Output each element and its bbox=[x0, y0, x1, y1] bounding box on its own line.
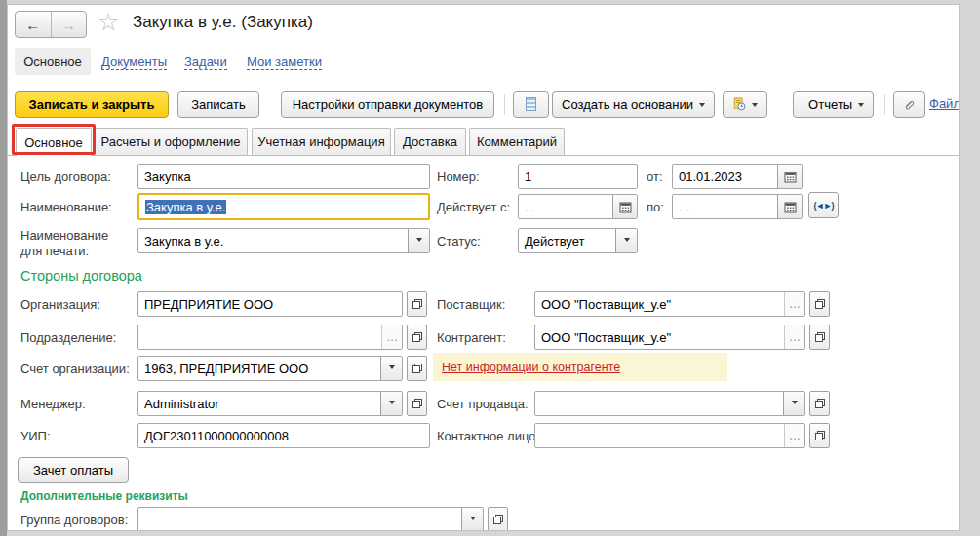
number-input[interactable]: 1 bbox=[518, 164, 638, 189]
forward-button[interactable]: → bbox=[51, 12, 87, 37]
nav-tab-main[interactable]: Основное bbox=[15, 48, 91, 75]
dropdown-button[interactable] bbox=[380, 392, 402, 415]
open-icon bbox=[814, 331, 826, 343]
back-icon: ← bbox=[25, 17, 40, 33]
contract-window: ← → ☆ Закупка в у.е. (Закупка) Основное … bbox=[7, 4, 960, 531]
open-icon bbox=[412, 331, 423, 343]
uip-input[interactable]: ДОГ23011000000000008 bbox=[137, 423, 430, 448]
validity-history-button[interactable]: (◄►) bbox=[808, 192, 839, 218]
number-label: Номер: bbox=[437, 170, 480, 184]
counterparty-input[interactable]: ООО "Поставщик_у.е" … bbox=[534, 325, 805, 350]
structure-button[interactable] bbox=[513, 91, 549, 118]
dropdown-button[interactable] bbox=[408, 229, 429, 252]
chevron-down-icon bbox=[858, 103, 864, 110]
chevron-down-icon bbox=[792, 401, 798, 407]
date-from-label: от: bbox=[647, 170, 663, 184]
open-department-button[interactable] bbox=[407, 325, 427, 350]
chevron-down-icon bbox=[389, 401, 395, 407]
supplier-label: Поставщик: bbox=[437, 297, 505, 312]
additional-section-header: Дополнительные реквизиты bbox=[20, 489, 188, 503]
uip-label: УИП: bbox=[20, 429, 51, 443]
favorite-star-icon[interactable]: ☆ bbox=[98, 7, 119, 36]
seller-account-label: Счет продавца: bbox=[437, 397, 529, 411]
valid-from-label: Действует с: bbox=[437, 200, 510, 214]
open-organization-button[interactable] bbox=[407, 291, 427, 317]
manager-label: Менеджер: bbox=[20, 397, 86, 411]
org-account-combo[interactable]: 1963, ПРЕДПРИЯТИЕ ООО bbox=[137, 356, 403, 381]
create-based-on-button[interactable]: Создать на основании bbox=[552, 91, 715, 118]
chevron-down-icon bbox=[470, 517, 476, 523]
status-combo[interactable]: Действует bbox=[518, 228, 638, 253]
name-input[interactable]: Закупка в у.е. bbox=[137, 193, 430, 220]
open-supplier-button[interactable] bbox=[809, 291, 830, 317]
dropdown-button[interactable] bbox=[461, 508, 483, 531]
contract-group-combo[interactable] bbox=[137, 507, 484, 531]
open-icon bbox=[814, 430, 826, 441]
ellipsis-button[interactable]: … bbox=[784, 424, 804, 447]
dropdown-button[interactable] bbox=[783, 392, 804, 415]
open-org-account-button[interactable] bbox=[407, 356, 427, 381]
calendar-icon[interactable] bbox=[777, 165, 802, 188]
contact-label: Контактное лицо: bbox=[437, 429, 539, 443]
counterparty-warning-banner: Нет информации о контрагенте bbox=[433, 353, 727, 381]
ellipsis-button[interactable]: … bbox=[784, 292, 804, 316]
chevron-down-icon bbox=[752, 103, 758, 110]
supplier-input[interactable]: ООО "Поставщик_у.е" … bbox=[534, 291, 805, 317]
payment-offset-button[interactable]: Зачет оплаты bbox=[18, 457, 129, 483]
open-icon bbox=[412, 398, 423, 409]
attachments-button[interactable] bbox=[893, 91, 925, 118]
open-contact-button[interactable] bbox=[809, 423, 830, 448]
save-close-button[interactable]: Записать и закрыть bbox=[15, 91, 169, 118]
back-button[interactable]: ← bbox=[16, 12, 51, 37]
history-icon: (◄►) bbox=[814, 201, 834, 211]
paperclip-icon bbox=[903, 97, 916, 112]
page-title: Закупка в у.е. (Закупка) bbox=[133, 13, 313, 32]
open-seller-account-button[interactable] bbox=[809, 391, 830, 416]
parties-section-header: Стороны договора bbox=[20, 268, 142, 284]
tab-settlements[interactable]: Расчеты и оформление bbox=[94, 128, 248, 155]
open-icon bbox=[412, 363, 423, 374]
dropdown-button[interactable] bbox=[380, 357, 402, 380]
tab-main[interactable]: Основное bbox=[16, 128, 92, 156]
valid-from-input[interactable]: . . bbox=[518, 194, 638, 219]
contract-group-label: Группа договоров: bbox=[20, 513, 128, 527]
open-counterparty-button[interactable] bbox=[809, 325, 830, 350]
org-account-label: Счет организации: bbox=[20, 362, 130, 376]
valid-to-label: по: bbox=[647, 200, 664, 214]
print-name-combo[interactable]: Закупка в у.е. bbox=[137, 228, 430, 253]
open-icon bbox=[814, 298, 826, 310]
print-name-label: Наименование для печати: bbox=[20, 228, 130, 259]
contract-date-input[interactable]: 01.01.2023 bbox=[672, 164, 803, 189]
ellipsis-button[interactable]: … bbox=[381, 325, 402, 349]
document-tasks-button[interactable] bbox=[723, 91, 767, 118]
counterparty-warning-link[interactable]: Нет информации о контрагенте bbox=[442, 361, 620, 374]
ellipsis-button[interactable]: … bbox=[784, 325, 804, 349]
tab-delivery[interactable]: Доставка bbox=[394, 128, 466, 155]
files-link[interactable]: Файлы bbox=[929, 96, 960, 111]
send-settings-button[interactable]: Настройки отправки документов bbox=[281, 91, 494, 118]
nav-link-documents[interactable]: Документы bbox=[101, 55, 167, 70]
calendar-icon[interactable] bbox=[777, 195, 802, 218]
organization-input[interactable]: ПРЕДПРИЯТИЕ ООО bbox=[137, 291, 403, 317]
tab-comment[interactable]: Комментарий bbox=[469, 128, 565, 155]
document-clock-icon bbox=[732, 96, 746, 112]
save-button[interactable]: Записать bbox=[177, 91, 259, 118]
open-icon bbox=[492, 514, 504, 525]
goal-label: Цель договора: bbox=[20, 170, 111, 184]
nav-link-notes[interactable]: Мои заметки bbox=[247, 55, 322, 70]
open-contract-group-button[interactable] bbox=[488, 507, 508, 531]
valid-to-input[interactable]: . . bbox=[672, 194, 803, 219]
contact-input[interactable]: … bbox=[534, 423, 805, 448]
goal-input[interactable]: Закупка bbox=[137, 164, 430, 189]
organization-label: Организация: bbox=[20, 297, 100, 312]
reports-button[interactable]: Отчеты bbox=[793, 91, 874, 118]
dropdown-button[interactable] bbox=[615, 229, 637, 252]
nav-link-tasks[interactable]: Задачи bbox=[184, 55, 227, 70]
seller-account-combo[interactable] bbox=[534, 391, 805, 416]
calendar-icon[interactable] bbox=[612, 195, 637, 218]
status-label: Статус: bbox=[437, 234, 481, 249]
department-input[interactable]: … bbox=[137, 325, 403, 350]
manager-combo[interactable]: Administrator bbox=[137, 391, 403, 416]
tab-accounting-info[interactable]: Учетная информация bbox=[252, 128, 391, 155]
open-manager-button[interactable] bbox=[407, 391, 427, 416]
